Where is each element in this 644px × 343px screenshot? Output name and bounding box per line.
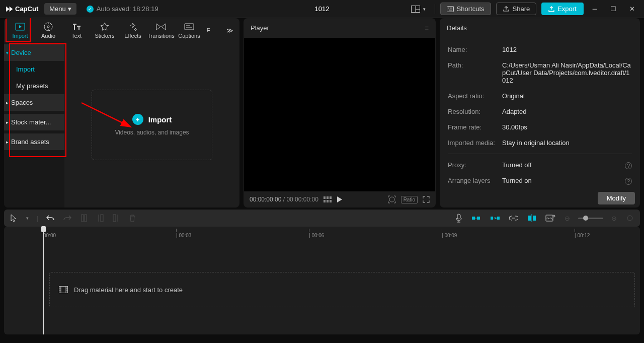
info-icon[interactable]: ? xyxy=(625,162,632,169)
preview-axis[interactable] xyxy=(526,213,537,223)
player-title: Player xyxy=(251,24,269,32)
menu-button[interactable]: Menu ▾ xyxy=(44,3,76,15)
info-icon[interactable]: ? xyxy=(625,178,632,185)
trim-left-button[interactable] xyxy=(96,213,105,223)
svg-rect-28 xyxy=(457,214,460,219)
export-button[interactable]: Export xyxy=(541,3,584,15)
split-button[interactable] xyxy=(79,213,89,223)
svg-point-38 xyxy=(553,215,555,217)
play-button[interactable] xyxy=(337,196,343,203)
sidebar-item-stock[interactable]: ▸Stock mater... xyxy=(4,114,64,130)
check-icon xyxy=(87,6,94,13)
svg-rect-24 xyxy=(101,215,103,222)
svg-rect-3 xyxy=(447,6,453,12)
titlebar: CapCut Menu ▾ Auto saved: 18:28:19 1012 … xyxy=(0,0,644,18)
fullscreen-button[interactable] xyxy=(423,196,430,203)
shortcuts-button[interactable]: Shortcuts xyxy=(440,3,491,15)
tab-audio[interactable]: Audio xyxy=(34,18,62,42)
close-button[interactable]: ✕ xyxy=(625,5,639,13)
minimize-button[interactable]: ─ xyxy=(589,5,601,13)
text-icon xyxy=(72,22,81,32)
mic-button[interactable] xyxy=(455,213,463,224)
caret-right-icon: ▸ xyxy=(6,100,9,105)
pointer-tool[interactable] xyxy=(9,213,18,223)
svg-rect-30 xyxy=(477,217,480,220)
player-menu-button[interactable]: ≡ xyxy=(425,24,429,32)
media-panel: Import Audio Text Stickers Effects Trans… xyxy=(4,18,239,208)
project-title: 1012 xyxy=(315,5,330,13)
zoom-fit[interactable] xyxy=(625,214,635,223)
svg-rect-32 xyxy=(491,217,493,220)
focus-icon[interactable] xyxy=(388,195,396,203)
timeline-dropzone[interactable]: Drag material here and start to create xyxy=(49,272,635,307)
time-ruler[interactable]: 00:00 | 00:03 | 00:06 | 00:09 | 00:12 xyxy=(43,229,640,240)
svg-rect-23 xyxy=(85,215,87,222)
sidebar-item-brand[interactable]: ▸Brand assets xyxy=(4,133,64,150)
layout-button[interactable]: ▾ xyxy=(407,4,430,15)
tool-dropdown[interactable]: ▾ xyxy=(25,215,30,222)
cover-button[interactable] xyxy=(544,214,556,223)
transitions-icon xyxy=(156,22,166,32)
details-title: Details xyxy=(447,24,467,32)
svg-point-10 xyxy=(47,26,49,28)
link-button[interactable] xyxy=(508,215,519,222)
trim-right-button[interactable] xyxy=(112,213,121,223)
auto-snap[interactable] xyxy=(489,214,501,223)
tab-text[interactable]: Text xyxy=(62,18,91,42)
playhead[interactable] xyxy=(43,227,44,334)
share-button[interactable]: Share xyxy=(496,3,537,15)
sidebar-item-import[interactable]: Import xyxy=(4,61,64,78)
timecode: 00:00:00:00 / 00:00:00:00 xyxy=(250,196,318,203)
chevron-down-icon: ▾ xyxy=(68,5,71,13)
chevron-down-icon: ▾ xyxy=(423,7,426,12)
player-controls: 00:00:00:00 / 00:00:00:00 Ratio xyxy=(244,191,436,208)
effects-icon xyxy=(128,22,137,32)
svg-rect-17 xyxy=(330,196,332,199)
player-viewport[interactable] xyxy=(244,38,435,191)
zoom-in[interactable]: ⊕ xyxy=(610,214,618,223)
tab-transitions[interactable]: Transitions xyxy=(147,18,175,42)
svg-point-21 xyxy=(389,197,394,202)
svg-rect-34 xyxy=(528,216,531,221)
svg-rect-35 xyxy=(533,216,536,221)
redo-button[interactable] xyxy=(62,214,72,223)
svg-rect-33 xyxy=(497,217,500,220)
tab-import[interactable]: Import xyxy=(6,18,34,42)
import-dropzone[interactable]: + Import Videos, audios, and images xyxy=(92,90,212,160)
delete-button[interactable] xyxy=(128,213,137,223)
timeline[interactable]: 00:00 | 00:03 | 00:06 | 00:09 | 00:12 Dr… xyxy=(4,227,640,334)
modify-button[interactable]: Modify xyxy=(598,192,635,204)
zoom-out[interactable]: ⊖ xyxy=(564,214,571,223)
stickers-icon xyxy=(100,22,109,32)
svg-rect-37 xyxy=(546,215,553,221)
media-tabs: Import Audio Text Stickers Effects Trans… xyxy=(4,18,239,42)
zoom-slider[interactable] xyxy=(578,218,603,219)
main-track-magnet[interactable] xyxy=(470,214,482,223)
autosave-status: Auto saved: 18:28:19 xyxy=(87,5,158,13)
import-area: + Import Videos, audios, and images xyxy=(64,42,239,208)
app-logo: CapCut xyxy=(5,5,38,13)
svg-rect-18 xyxy=(324,200,326,202)
captions-icon xyxy=(184,22,194,32)
audio-icon xyxy=(44,22,53,32)
timeline-toolbar: ▾ | ⊖ ⊕ xyxy=(4,210,640,227)
undo-button[interactable] xyxy=(45,214,55,223)
svg-rect-22 xyxy=(82,215,84,222)
tab-captions[interactable]: Captions xyxy=(175,18,203,42)
tab-more[interactable]: F xyxy=(203,18,213,42)
svg-rect-16 xyxy=(327,196,329,199)
sidebar-item-spaces[interactable]: ▸Spaces xyxy=(4,94,64,111)
sidebar-item-device[interactable]: ▾Device xyxy=(4,44,64,61)
caret-right-icon: ▸ xyxy=(6,120,9,125)
thumbnails-icon[interactable] xyxy=(324,196,332,202)
svg-rect-15 xyxy=(324,196,326,199)
tab-stickers[interactable]: Stickers xyxy=(91,18,119,42)
ratio-button[interactable]: Ratio xyxy=(401,196,418,203)
svg-rect-20 xyxy=(330,200,332,202)
details-panel: Details Name:1012 Path:C:/Users/Usman Al… xyxy=(440,18,640,208)
sidebar-item-presets[interactable]: My presets xyxy=(4,78,64,94)
tabs-scroll-right[interactable]: ≫ xyxy=(222,27,237,34)
maximize-button[interactable]: ☐ xyxy=(606,5,620,13)
tab-effects[interactable]: Effects xyxy=(119,18,147,42)
svg-rect-40 xyxy=(59,287,68,293)
